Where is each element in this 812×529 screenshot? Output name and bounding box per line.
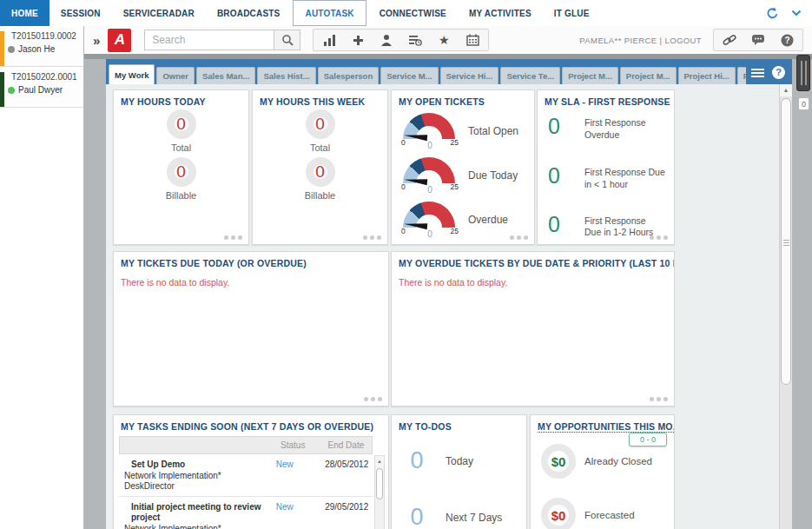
autotask-logo[interactable]: A xyxy=(108,29,131,52)
nav-tab-home[interactable]: HOME xyxy=(0,0,50,26)
top-nav-bar: HOME SESSION SERVICERADAR BROADCASTS AUT… xyxy=(0,0,812,26)
opportunities-count-badge: 0 - 0 xyxy=(629,433,667,446)
nav-tab-serviceradar[interactable]: SERVICERADAR xyxy=(112,0,206,26)
tasks-table-header: Status End Date xyxy=(119,436,373,454)
table-row[interactable]: Initial project meeting to review projec… xyxy=(119,497,373,529)
widget-menu-dots[interactable] xyxy=(650,397,668,401)
session-id: T20150119.0002 xyxy=(11,31,83,41)
table-row[interactable]: Set Up Demo Network Implementation* Desk… xyxy=(119,454,373,497)
session-user-name: Paul Dwyer xyxy=(18,85,63,95)
tab-service-te[interactable]: Service Te... xyxy=(500,67,560,84)
widget-menu-dots[interactable] xyxy=(224,235,242,240)
create-new-icon[interactable] xyxy=(350,33,366,47)
session-item[interactable]: T20150202.0001 Paul Dwyer xyxy=(0,72,83,108)
collapse-panel-icon[interactable]: » xyxy=(93,33,100,48)
search-button[interactable] xyxy=(274,30,300,50)
task-company: DeskDirector xyxy=(124,481,266,493)
refresh-icon[interactable] xyxy=(766,7,779,20)
task-status-link[interactable]: New xyxy=(266,502,321,529)
tab-project-te[interactable]: Project Te... xyxy=(737,67,746,84)
status-dot xyxy=(8,46,15,53)
content-scrollbar[interactable]: ▲ xyxy=(779,84,792,529)
tab-project-m-2[interactable]: Project M... xyxy=(620,67,677,84)
widget-menu-dots[interactable] xyxy=(363,235,381,240)
gauge-label: Due Today xyxy=(468,169,518,182)
hours-total-ring: 0 xyxy=(167,109,196,139)
nav-tab-session[interactable]: SESSION xyxy=(50,0,112,26)
column-header-end-date: End Date xyxy=(320,440,372,450)
contact-icon[interactable] xyxy=(379,33,394,47)
favorites-icon[interactable]: ★ xyxy=(436,33,452,47)
widget-menu-dots[interactable] xyxy=(510,235,528,240)
gauge-row-total-open: 0 0 25 Total Open xyxy=(392,109,534,153)
widget-my-open-tickets: MY OPEN TICKETS 0 0 25 Total Open 0 0 25… xyxy=(391,89,535,245)
toolbar-right-icon-group: ? xyxy=(713,29,803,51)
widget-menu-dots[interactable] xyxy=(364,397,382,401)
help-icon[interactable]: ? xyxy=(779,33,795,47)
task-title: Set Up Demo xyxy=(124,460,266,471)
todo-row: 0 Today xyxy=(392,447,526,474)
tab-project-hi[interactable]: Project Hi... xyxy=(678,67,736,84)
search-input[interactable] xyxy=(144,30,274,50)
widget-title: MY TO-DOS xyxy=(392,415,526,433)
tab-my-work[interactable]: My Work xyxy=(109,64,155,84)
content-scrollbar-thumb[interactable] xyxy=(781,98,791,385)
nav-tab-it-glue[interactable]: IT GLUE xyxy=(543,0,601,26)
sla-row: 0 First Response Overdue xyxy=(538,116,674,141)
status-dot xyxy=(8,87,15,94)
side-panel-handle[interactable] xyxy=(796,55,810,91)
gauge-chart: 0 0 25 xyxy=(399,111,461,151)
widget-title: MY HOURS THIS WEEK xyxy=(253,90,387,109)
table-scrollbar[interactable]: ▲ xyxy=(374,455,385,529)
reports-icon[interactable] xyxy=(321,33,337,47)
opportunity-ring: $0 xyxy=(541,498,576,529)
user-menu-logout[interactable]: PAMELA** PIERCE | LOGOUT xyxy=(579,36,702,45)
table-scrollbar-thumb[interactable] xyxy=(376,468,383,499)
hours-billable-ring: 0 xyxy=(306,157,335,187)
dashboard-tab-strip: My Work Owner Sales Man... Sales Hist...… xyxy=(106,59,746,84)
nav-tab-my-activites[interactable]: MY ACTIVITES xyxy=(458,0,543,26)
dashboard-help-icon[interactable]: ? xyxy=(772,66,785,79)
widget-my-opportunities: MY OPPORTUNITIES THIS MO... 0 - 0 $0 Alr… xyxy=(530,414,675,529)
nav-tab-autotask[interactable]: AUTOTASK xyxy=(293,0,366,26)
todo-row: 0 Next 7 Days xyxy=(392,504,526,529)
calendar-icon[interactable] xyxy=(465,33,480,47)
gauge-label: Overdue xyxy=(468,214,508,226)
chevron-down-icon[interactable] xyxy=(791,10,802,17)
nav-tab-broadcasts[interactable]: BROADCASTS xyxy=(206,0,292,26)
tab-sales-man[interactable]: Sales Man... xyxy=(196,67,255,84)
tab-salesperson[interactable]: Salesperson xyxy=(318,67,380,84)
nav-tab-connectwise[interactable]: CONNECTWISE xyxy=(368,0,458,26)
tab-service-hi[interactable]: Service Hi... xyxy=(440,67,499,84)
timesheet-icon[interactable] xyxy=(407,33,423,47)
opportunity-row: $0 Already Closed xyxy=(531,444,674,479)
task-title: Initial project meeting to review projec… xyxy=(124,502,266,524)
hours-total-label: Total xyxy=(253,142,387,153)
dashboard-tab-band: My Work Owner Sales Man... Sales Hist...… xyxy=(106,59,792,84)
chat-icon[interactable] xyxy=(750,33,766,47)
svg-text:?: ? xyxy=(784,36,789,45)
widget-menu-dots[interactable] xyxy=(650,235,668,240)
widget-my-tasks-ending-soon: MY TASKS ENDING SOON (NEXT 7 DAYS OR OVE… xyxy=(113,414,389,529)
widget-my-overdue-tickets: MY OVERDUE TICKETS BY DUE DATE & PRIORIT… xyxy=(391,251,675,407)
tab-owner[interactable]: Owner xyxy=(156,67,195,84)
task-status-link[interactable]: New xyxy=(266,460,321,493)
opportunity-row: $0 Forecasted xyxy=(531,498,674,529)
tab-project-m-1[interactable]: Project M... xyxy=(562,67,618,84)
session-item[interactable]: T20150119.0002 Jason He xyxy=(0,31,83,67)
opportunity-ring: $0 xyxy=(541,444,576,479)
gauge-label: Total Open xyxy=(468,125,518,137)
task-project: Network Implementation* xyxy=(124,524,266,529)
menu-icon[interactable] xyxy=(751,67,764,79)
autotask-toolbar: » A xyxy=(84,26,812,54)
scroll-up-icon[interactable]: ▲ xyxy=(780,84,792,96)
hours-billable-ring: 0 xyxy=(167,157,196,187)
tab-service-m[interactable]: Service M... xyxy=(380,67,438,84)
link-icon[interactable] xyxy=(722,33,737,47)
hours-billable-label: Billable xyxy=(114,190,248,201)
scroll-up-icon[interactable]: ▲ xyxy=(375,456,384,466)
widget-title: MY OPEN TICKETS xyxy=(392,90,534,109)
tab-sales-hist[interactable]: Sales Hist... xyxy=(257,67,315,84)
task-project: Network Implementation* xyxy=(124,471,266,482)
widget-my-tickets-due-today: MY TICKETS DUE TODAY (OR OVERDUE) There … xyxy=(113,251,389,407)
